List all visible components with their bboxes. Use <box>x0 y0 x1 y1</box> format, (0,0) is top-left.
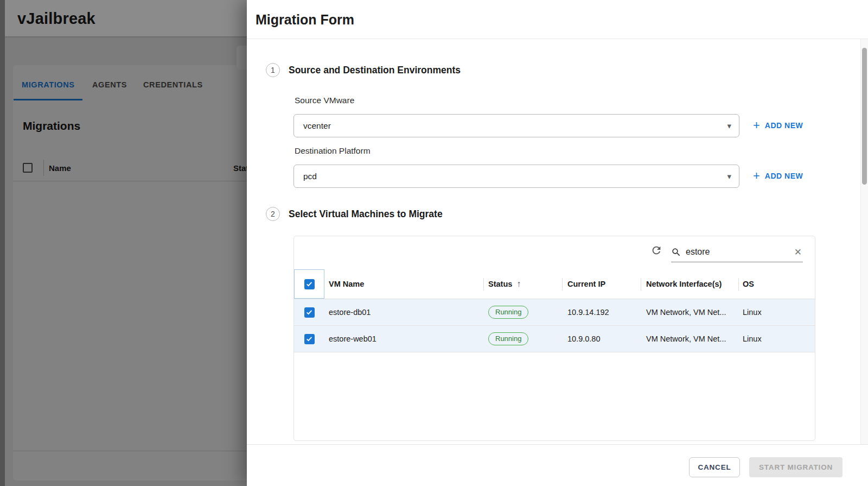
vm-column-status[interactable]: Status ↑ <box>483 269 562 299</box>
source-vmware-label: Source VMware <box>295 96 354 105</box>
status-badge: Running <box>488 332 528 345</box>
search-icon <box>671 247 681 257</box>
sort-ascending-icon[interactable]: ↑ <box>516 279 521 289</box>
vm-column-name[interactable]: VM Name <box>324 269 483 299</box>
vm-column-network[interactable]: Network Interface(s) <box>641 269 738 299</box>
vm-column-current-ip[interactable]: Current IP <box>562 269 641 299</box>
step-1-badge: 1 <box>266 63 280 77</box>
clear-search-icon[interactable]: ✕ <box>793 247 803 258</box>
vm-select-all-cell[interactable] <box>294 269 324 299</box>
vm-table-row[interactable]: estore-web01 Running 10.9.0.80 VM Networ… <box>294 326 815 352</box>
add-new-destination-button[interactable]: + ADD NEW <box>753 168 803 184</box>
modal-backdrop[interactable] <box>0 0 247 486</box>
start-migration-button[interactable]: START MIGRATION <box>749 457 843 477</box>
vm-table-panel: ✕ VM Name Status ↑ Current IP Network In… <box>293 236 815 441</box>
plus-icon: + <box>753 119 760 131</box>
destination-platform-value: pcd <box>303 172 727 181</box>
refresh-icon[interactable] <box>650 244 663 257</box>
plus-icon: + <box>753 170 760 182</box>
vm-name-cell: estore-db01 <box>324 299 483 325</box>
vm-ip-cell: 10.9.0.80 <box>562 326 641 352</box>
add-new-source-label: ADD NEW <box>765 121 803 130</box>
vm-search-field[interactable]: ✕ <box>671 242 803 262</box>
source-vmware-value: vcenter <box>303 121 727 131</box>
add-new-source-button[interactable]: + ADD NEW <box>753 117 803 134</box>
cancel-button[interactable]: CANCEL <box>689 457 740 477</box>
step-2-badge: 2 <box>266 207 280 221</box>
vm-search-input[interactable] <box>686 247 789 257</box>
chevron-down-icon[interactable]: ▾ <box>727 172 731 181</box>
vm-column-status-label: Status <box>488 280 512 288</box>
vm-network-cell: VM Network, VM Net... <box>641 326 738 352</box>
status-badge: Running <box>488 306 528 319</box>
vm-ip-cell: 10.9.14.192 <box>562 299 641 325</box>
vm-table-row[interactable]: estore-db01 Running 10.9.14.192 VM Netwo… <box>294 299 815 326</box>
vm-os-cell: Linux <box>738 326 815 352</box>
drawer-scrollbar-track[interactable] <box>860 39 868 444</box>
drawer-footer: CANCEL START MIGRATION <box>247 444 868 486</box>
vm-os-cell: Linux <box>738 299 815 325</box>
vm-column-os[interactable]: OS <box>738 269 815 299</box>
destination-platform-select[interactable]: pcd ▾ <box>293 165 739 188</box>
select-all-vms-checkbox[interactable] <box>304 279 315 289</box>
destination-platform-label: Destination Platform <box>295 146 371 156</box>
drawer-scrollbar-thumb[interactable] <box>862 48 867 185</box>
source-vmware-select[interactable]: vcenter ▾ <box>293 114 739 137</box>
row-checkbox[interactable] <box>304 307 315 318</box>
migration-form-drawer: Migration Form 1 Source and Destination … <box>247 0 868 486</box>
drawer-header-divider <box>247 39 868 39</box>
step-2-title: Select Virtual Machines to Migrate <box>289 209 443 220</box>
row-checkbox[interactable] <box>304 334 315 344</box>
add-new-destination-label: ADD NEW <box>765 172 803 180</box>
vm-network-cell: VM Network, VM Net... <box>641 299 738 325</box>
chevron-down-icon[interactable]: ▾ <box>727 121 731 131</box>
step-1-title: Source and Destination Environments <box>289 65 461 76</box>
drawer-title: Migration Form <box>256 12 354 28</box>
vm-table-header-row: VM Name Status ↑ Current IP Network Inte… <box>294 269 815 299</box>
vm-name-cell: estore-web01 <box>324 326 483 352</box>
